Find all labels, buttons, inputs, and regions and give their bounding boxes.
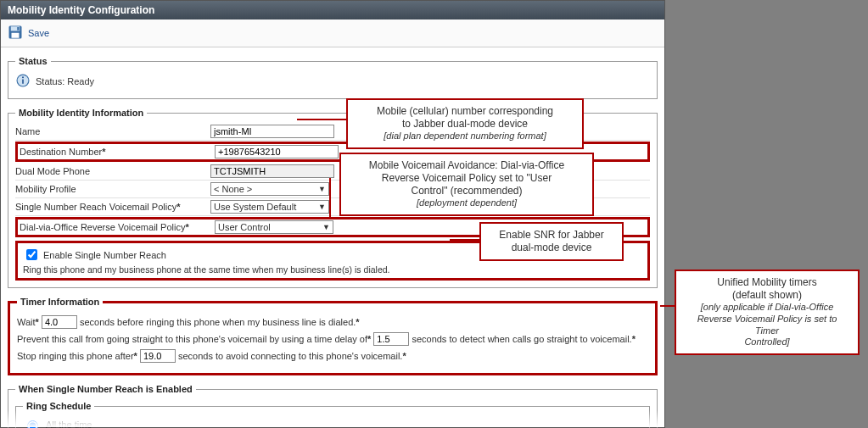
snr-vm-label: Single Number Reach Voicemail Policy	[15, 202, 176, 212]
window-title: Mobility Identity Configuration	[1, 1, 664, 19]
dest-input[interactable]	[215, 145, 339, 158]
name-input[interactable]	[210, 125, 334, 138]
connector-line	[297, 217, 331, 219]
callout-sub: [dial plan dependent numbering format]	[356, 131, 574, 142]
status-legend: Status	[15, 56, 51, 66]
save-icon[interactable]	[8, 25, 23, 42]
profile-label: Mobility Profile	[15, 184, 210, 194]
enable-snr-label: Enable Single Number Reach	[43, 250, 166, 260]
chevron-down-icon: ▼	[322, 223, 330, 231]
info-icon	[15, 73, 31, 90]
callout-voicemail-avoidance: Mobile Voicemail Avoidance: Dial-via-Off…	[339, 153, 594, 216]
svg-rect-6	[22, 80, 24, 84]
connector-line	[329, 178, 331, 219]
stop-pre: Stop ringing this phone after	[17, 351, 134, 361]
wait-post: seconds before ringing this phone when m…	[80, 317, 356, 327]
enable-snr-checkbox[interactable]	[26, 249, 37, 260]
prevent-post: seconds to detect when calls go straight…	[412, 334, 631, 344]
chevron-down-icon: ▼	[318, 185, 326, 193]
callout-mobile-number: Mobile (cellular) number corresponding t…	[346, 98, 584, 149]
dvo-vm-select[interactable]: User Control ▼	[215, 220, 333, 234]
name-label: Name	[15, 126, 210, 136]
prevent-input[interactable]	[373, 332, 409, 346]
status-text: Status: Ready	[36, 76, 94, 86]
callout-sub: [deployment dependent]	[350, 197, 584, 209]
snr-enabled-fieldset: When Single Number Reach is Enabled Ring…	[8, 384, 658, 428]
dvo-vm-label: Dial-via-Office Reverse Voicemail Policy	[20, 222, 185, 232]
profile-select-value: < None >	[214, 184, 252, 194]
svg-point-7	[22, 76, 24, 78]
status-fieldset: Status Status: Ready	[8, 56, 658, 99]
callout-timers: Unified Mobility timers (default shown) …	[675, 270, 860, 355]
callout-enable-snr: Enable SNR for Jabber dual-mode device	[479, 222, 624, 261]
callout-text: Mobile (cellular) number corresponding	[356, 105, 574, 118]
wait-input[interactable]	[42, 315, 77, 329]
ring-schedule-legend: Ring Schedule	[23, 401, 94, 411]
callout-sub: Controlled]	[685, 336, 849, 348]
callout-sub: Reverse Voicemail Policy is set to Timer	[685, 314, 849, 337]
save-button[interactable]: Save	[28, 28, 49, 38]
callout-sub: [only applicable if Dial-via-Office	[685, 302, 849, 314]
enable-snr-sub: Ring this phone and my business phone at…	[23, 264, 642, 275]
callout-text: Control" (recommended)	[350, 185, 584, 197]
profile-select[interactable]: < None > ▼	[210, 182, 329, 196]
stop-post: seconds to avoid connecting to this phon…	[178, 351, 402, 361]
dual-label: Dual Mode Phone	[15, 166, 210, 176]
dual-value	[210, 164, 334, 178]
connector-line	[450, 239, 479, 241]
timer-fieldset: Timer Information Wait* seconds before r…	[8, 297, 658, 375]
svg-rect-3	[17, 27, 19, 31]
snr-enabled-legend: When Single Number Reach is Enabled	[15, 384, 196, 394]
callout-text: dual-mode device	[490, 242, 613, 254]
wait-pre: Wait	[17, 317, 36, 327]
callout-text: Reverse Voicemail Policy set to "User	[350, 172, 584, 185]
ring-all-label: All the time	[46, 420, 92, 428]
connector-line	[660, 305, 675, 307]
callout-text: (default shown)	[685, 289, 849, 302]
identity-legend: Mobility Identity Information	[15, 108, 147, 118]
chevron-down-icon: ▼	[318, 203, 326, 211]
toolbar: Save	[1, 19, 664, 47]
callout-text: Unified Mobility timers	[685, 276, 849, 289]
callout-text: Mobile Voicemail Avoidance: Dial-via-Off…	[350, 159, 584, 172]
ring-all-radio[interactable]	[27, 420, 38, 428]
stop-input[interactable]	[140, 349, 176, 363]
dest-label: Destination Number	[20, 147, 102, 157]
side-pane	[665, 0, 868, 428]
snr-vm-select[interactable]: Use System Default ▼	[210, 200, 329, 214]
dvo-vm-select-value: User Control	[218, 222, 271, 232]
timer-legend: Timer Information	[17, 297, 103, 307]
callout-text: Enable SNR for Jabber	[490, 229, 613, 242]
snr-vm-select-value: Use System Default	[214, 202, 296, 212]
connector-line	[297, 119, 346, 120]
prevent-pre: Prevent this call from going straight to…	[17, 334, 367, 344]
callout-text: to Jabber dual-mode device	[356, 118, 574, 131]
ring-schedule-fieldset: Ring Schedule All the time As specified …	[15, 401, 650, 428]
svg-rect-2	[12, 33, 20, 38]
